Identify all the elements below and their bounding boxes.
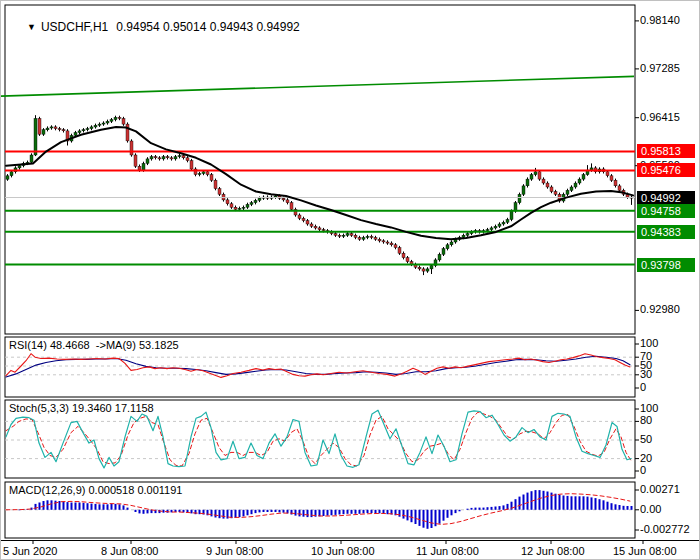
candle-body — [6, 176, 9, 179]
candle-body — [190, 161, 193, 169]
candle-body — [74, 133, 77, 136]
macd-histogram-bar — [615, 504, 617, 510]
candle-body — [446, 245, 449, 249]
macd-histogram-bar — [299, 510, 301, 517]
candle-body — [174, 157, 177, 159]
candle-body — [518, 194, 521, 202]
macd-histogram-bar — [607, 502, 609, 510]
candle-body — [566, 190, 569, 194]
macd-histogram-bar — [491, 507, 493, 510]
macd-histogram-bar — [427, 510, 429, 529]
macd-histogram-bar — [275, 510, 277, 512]
macd-histogram-bar — [59, 501, 61, 510]
candle-body — [110, 120, 113, 122]
candle-body — [614, 180, 617, 186]
macd-histogram-bar — [575, 496, 577, 510]
macd-histogram-bar — [451, 510, 453, 516]
ma-line — [6, 127, 633, 239]
candle-body — [130, 141, 133, 155]
candle-body — [310, 224, 313, 226]
candle-body — [210, 175, 213, 181]
candle-body — [366, 236, 369, 237]
candle-body — [546, 183, 549, 187]
macd-histogram-bar — [467, 509, 469, 510]
macd-histogram-bar — [399, 510, 401, 517]
candle-body — [150, 157, 153, 159]
candle-body — [534, 172, 537, 175]
macd-histogram-bar — [595, 498, 597, 510]
chart-canvas[interactable] — [1, 1, 700, 560]
macd-histogram-bar — [603, 500, 605, 510]
macd-histogram-bar — [631, 506, 633, 510]
candle-body — [450, 242, 453, 245]
candle-body — [106, 121, 109, 123]
candle-body — [418, 267, 421, 269]
macd-histogram-bar — [271, 510, 273, 512]
candle-body — [234, 207, 237, 209]
macd-histogram-bar — [563, 496, 565, 510]
candle-body — [290, 203, 293, 210]
candle-body — [202, 172, 205, 174]
candle-body — [610, 176, 613, 181]
macd-histogram-bar — [35, 504, 37, 510]
macd-histogram-bar — [443, 510, 445, 521]
candle-body — [526, 179, 529, 186]
candle-body — [494, 226, 497, 228]
trend-line[interactable] — [1, 76, 634, 96]
macd-histogram-bar — [291, 510, 293, 515]
macd-histogram-bar — [83, 503, 85, 510]
chart-window: ▼USDCHF,H10.94954 0.95014 0.94943 0.9499… — [0, 0, 700, 560]
candle-body — [582, 175, 585, 180]
macd-histogram-bar — [327, 510, 329, 516]
macd-histogram-bar — [239, 510, 241, 517]
candle-body — [226, 200, 229, 204]
macd-histogram-bar — [499, 506, 501, 510]
stoch-k-line — [6, 410, 631, 468]
candle-body — [254, 200, 257, 202]
macd-histogram-bar — [343, 510, 345, 514]
macd-histogram-bar — [479, 508, 481, 510]
candle-body — [214, 180, 217, 188]
candle-body — [142, 163, 145, 170]
macd-histogram-bar — [279, 510, 281, 513]
macd-histogram-bar — [55, 501, 57, 510]
macd-histogram-bar — [71, 503, 73, 510]
candle-body — [342, 235, 345, 236]
candle-body — [322, 230, 325, 231]
macd-histogram-bar — [211, 510, 213, 517]
macd-histogram-bar — [403, 510, 405, 519]
candle-body — [286, 200, 289, 203]
candle-body — [350, 234, 353, 236]
candle-body — [170, 158, 173, 159]
candle-body — [50, 127, 53, 128]
candle-body — [394, 245, 397, 248]
macd-histogram-bar — [351, 510, 353, 514]
macd-histogram-bar — [487, 507, 489, 510]
candle-body — [498, 224, 501, 226]
candle-body — [554, 192, 557, 195]
candle-body — [230, 204, 233, 207]
macd-histogram-bar — [95, 504, 97, 510]
macd-histogram-bar — [419, 510, 421, 526]
candle-body — [346, 234, 349, 236]
macd-histogram-bar — [363, 510, 365, 514]
macd-histogram-bar — [99, 504, 101, 510]
candle-body — [42, 130, 45, 135]
macd-histogram-bar — [235, 510, 237, 518]
candle-body — [302, 218, 305, 220]
macd-histogram-bar — [147, 510, 149, 514]
macd-histogram-bar — [43, 501, 45, 510]
macd-histogram-bar — [527, 493, 529, 510]
candle-body — [162, 157, 165, 159]
candle-body — [506, 220, 509, 223]
macd-histogram-bar — [263, 510, 265, 512]
macd-histogram-bar — [495, 507, 497, 510]
macd-histogram-bar — [559, 495, 561, 510]
macd-histogram-bar — [515, 499, 517, 510]
candle-body — [438, 254, 441, 260]
candle-body — [246, 204, 249, 207]
candle-body — [206, 172, 209, 175]
candle-body — [318, 228, 321, 230]
candle-body — [30, 155, 33, 162]
candle-body — [38, 119, 41, 135]
